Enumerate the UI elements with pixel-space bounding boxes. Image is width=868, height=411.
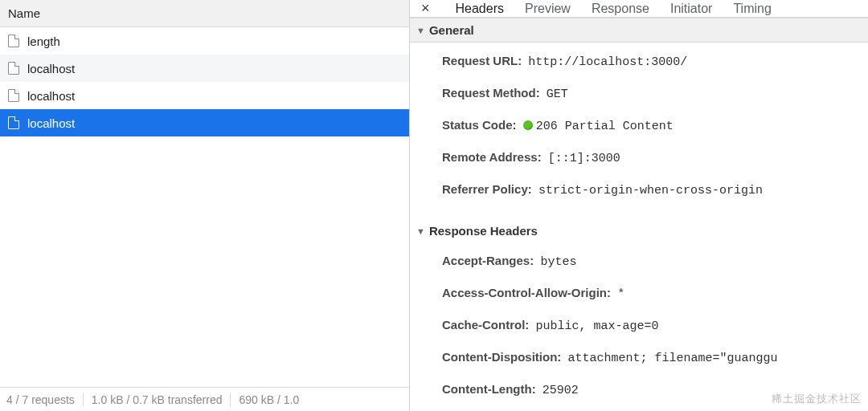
kv-key: Content-Length: <box>442 382 536 396</box>
tab-preview[interactable]: Preview <box>525 2 571 16</box>
list-item[interactable]: localhost <box>0 55 409 82</box>
kv-value: bytes <box>540 255 576 269</box>
status-bar: 4 / 7 requests 1.0 kB / 0.7 kB transferr… <box>0 387 409 411</box>
kv-row: Status Code: 206 Partial Content <box>410 110 868 142</box>
status-transferred: 1.0 kB / 0.7 kB transferred <box>83 393 231 406</box>
kv-row: Remote Address: [::1]:3000 <box>410 142 868 174</box>
status-resources: 690 kB / 1.0 <box>230 393 307 406</box>
status-dot-icon <box>523 120 533 130</box>
file-icon <box>8 62 19 75</box>
file-icon <box>8 116 19 129</box>
response-items: Accept-Ranges: bytes Access-Control-Allo… <box>410 242 868 411</box>
request-label: localhost <box>27 62 75 75</box>
kv-row: Content-Disposition: attachment; filenam… <box>410 342 868 374</box>
kv-row: Request Method: GET <box>410 78 868 110</box>
kv-key: Cache-Control: <box>442 318 529 332</box>
section-title: Response Headers <box>429 224 538 238</box>
kv-row: Cache-Control: public, max-age=0 <box>410 310 868 342</box>
request-label: localhost <box>27 116 75 130</box>
kv-row: Accept-Ranges: bytes <box>410 246 868 278</box>
status-requests: 4 / 7 requests <box>6 393 83 406</box>
kv-value: strict-origin-when-cross-origin <box>538 184 763 197</box>
kv-row: Content-Length: 25902 <box>410 374 868 406</box>
kv-value: http://localhost:3000/ <box>528 55 687 69</box>
tab-timing[interactable]: Timing <box>733 2 771 16</box>
kv-key: Accept-Ranges: <box>442 254 534 267</box>
kv-value: 206 Partial Content <box>523 120 674 133</box>
request-list: length localhost localhost localhost <box>0 27 409 387</box>
kv-key: Access-Control-Allow-Origin: <box>442 286 611 299</box>
list-item[interactable]: localhost <box>0 109 409 136</box>
kv-row: Content-Range: bytes 600000-625901/62590… <box>410 406 868 411</box>
kv-value: 25902 <box>542 384 579 397</box>
tab-initiator[interactable]: Initiator <box>670 2 712 16</box>
kv-value: public, max-age=0 <box>536 319 659 333</box>
request-label: length <box>27 35 60 48</box>
section-title: General <box>429 23 474 37</box>
list-item[interactable]: localhost <box>0 82 409 109</box>
kv-key: Request Method: <box>442 86 540 100</box>
kv-row: Access-Control-Allow-Origin: * <box>410 278 868 310</box>
details-panel: × Headers Preview Response Initiator Tim… <box>410 0 868 411</box>
kv-value: [::1]:3000 <box>548 152 620 165</box>
tab-response[interactable]: Response <box>592 2 649 16</box>
close-icon[interactable]: × <box>421 0 430 17</box>
kv-row: Request URL: http://localhost:3000/ <box>410 46 868 78</box>
kv-key: Status Code: <box>442 118 517 132</box>
kv-key: Request URL: <box>442 54 522 67</box>
detail-tabs: × Headers Preview Response Initiator Tim… <box>410 0 868 18</box>
kv-key: Remote Address: <box>442 150 542 164</box>
kv-row: Referrer Policy: strict-origin-when-cros… <box>410 174 868 206</box>
request-label: localhost <box>27 89 75 103</box>
section-general[interactable]: ▼ General <box>410 18 868 43</box>
kv-key: Referrer Policy: <box>442 182 532 196</box>
name-column-header[interactable]: Name <box>0 0 409 27</box>
requests-panel: Name length localhost localhost localhos… <box>0 0 410 411</box>
general-items: Request URL: http://localhost:3000/ Requ… <box>410 43 868 213</box>
section-response-headers[interactable]: ▼ Response Headers <box>410 213 868 242</box>
kv-key: Content-Disposition: <box>442 350 561 364</box>
kv-value: attachment; filename="guanggu <box>567 352 777 365</box>
kv-value: * <box>617 287 624 301</box>
file-icon <box>8 89 19 102</box>
chevron-down-icon: ▼ <box>416 26 425 35</box>
kv-value: GET <box>547 87 568 101</box>
list-item[interactable]: length <box>0 27 409 55</box>
chevron-down-icon: ▼ <box>416 226 425 236</box>
file-icon <box>8 35 19 47</box>
